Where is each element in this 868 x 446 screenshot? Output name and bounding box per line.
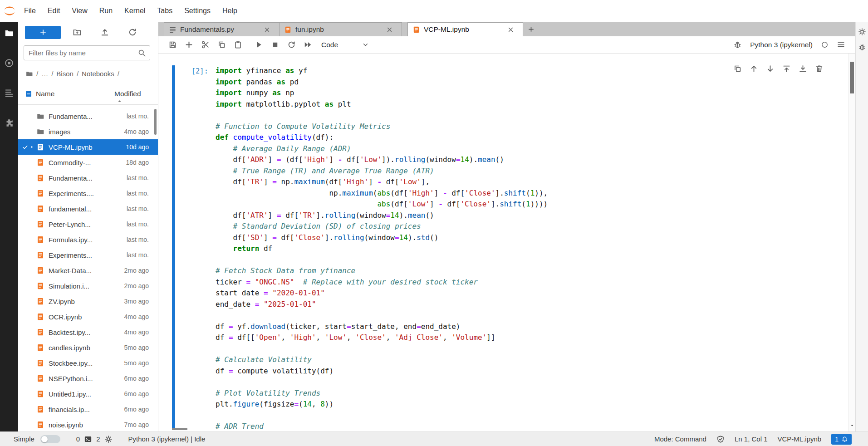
file-row-financials-ip-[interactable]: financials.ip...6mo ago — [18, 402, 158, 417]
run-cell-button[interactable] — [255, 40, 263, 49]
menu-tabs[interactable]: Tabs — [151, 0, 178, 22]
kernel-sessions-icon[interactable] — [104, 435, 113, 443]
activity-file-browser[interactable] — [4, 28, 14, 38]
insert-cell-button[interactable] — [185, 40, 193, 49]
menu-edit[interactable]: Edit — [42, 0, 66, 22]
duplicate-cell-button[interactable] — [733, 64, 742, 73]
file-row-formulas-ipy-[interactable]: Formulas.ipy...last mo. — [18, 232, 158, 247]
cell-type-dropdown[interactable]: Code — [321, 41, 369, 49]
delete-cell-button[interactable] — [815, 64, 824, 73]
move-cell-up-button[interactable] — [750, 64, 758, 73]
breadcrumb-item[interactable]: Notebooks — [82, 70, 114, 78]
menu-kernel[interactable]: Kernel — [118, 0, 151, 22]
home-folder-icon[interactable] — [25, 70, 33, 78]
cursor-position[interactable]: Ln 1, Col 1 — [735, 435, 768, 443]
notification-badge[interactable]: 1 — [831, 434, 852, 445]
property-inspector-button[interactable] — [858, 28, 866, 36]
debugger-button[interactable] — [858, 43, 866, 51]
file-row-commodity-[interactable]: Commodity-...18d ago — [18, 155, 158, 170]
debugger-button[interactable] — [733, 40, 742, 49]
column-header-name[interactable]: Name — [36, 90, 54, 98]
file-modified: 10d ago — [126, 143, 149, 151]
code-line: start_date = "2020-01-01" — [216, 288, 814, 299]
select-all-checkbox-icon[interactable] — [25, 90, 32, 98]
file-row-peter-lynch-[interactable]: Peter-Lynch...last mo. — [18, 216, 158, 232]
cut-cell-button[interactable] — [201, 40, 210, 49]
toggle-knob — [41, 436, 48, 442]
simple-mode-toggle[interactable] — [40, 435, 60, 443]
move-cell-down-button[interactable] — [766, 64, 775, 73]
notebook-icon — [36, 220, 44, 228]
file-row-untitled1-ipy-[interactable]: Untitled1.ipy...6mo ago — [18, 386, 158, 402]
file-row-fundamenta-[interactable]: Fundamenta...last mo. — [18, 108, 158, 124]
file-modified: last mo. — [127, 190, 149, 197]
file-row-vcp-ml-ipynb[interactable]: VCP-ML.ipynb10d ago — [18, 139, 158, 155]
new-launcher-button[interactable] — [25, 26, 61, 39]
file-row-ocr-ipynb[interactable]: OCR.ipynb4mo ago — [18, 309, 158, 324]
code-line: df['ATR'] = df['TR'].rolling(window=14).… — [216, 210, 814, 221]
folder-icon — [36, 112, 44, 120]
file-row-fundamenta-[interactable]: Fundamenta...last mo. — [18, 170, 158, 186]
menu-run[interactable]: Run — [93, 0, 118, 22]
scrollbar-thumb[interactable] — [850, 62, 854, 93]
active-cell-collapser[interactable] — [172, 65, 175, 429]
interrupt-kernel-button[interactable] — [271, 40, 280, 49]
column-header-modified[interactable]: Modified — [114, 90, 150, 98]
file-row-noise-ipynb[interactable]: noise.ipynb7mo ago — [18, 417, 158, 431]
file-row-simulation-i-[interactable]: Simulation.i...2mo ago — [18, 278, 158, 294]
paste-cell-button[interactable] — [234, 40, 242, 49]
file-row-experiments-[interactable]: Experiments....last mo. — [18, 186, 158, 201]
scroll-down-icon[interactable] — [850, 423, 854, 428]
restart-run-all-button[interactable] — [304, 40, 312, 49]
activity-table-of-contents[interactable] — [4, 88, 14, 98]
kernel-status-text[interactable]: Python 3 (ipykernel) | Idle — [128, 435, 206, 443]
new-tab-button[interactable] — [523, 22, 539, 36]
insert-cell-above-button[interactable] — [782, 64, 791, 73]
filter-files-input[interactable] — [24, 45, 150, 60]
save-button[interactable] — [168, 40, 177, 49]
file-row-candles-ipynb[interactable]: candles.ipynb5mo ago — [18, 340, 158, 355]
notebook-icon — [36, 328, 44, 336]
tab-close-icon[interactable] — [507, 26, 515, 34]
file-row-backtest-ipy-[interactable]: Backtest.ipy...4mo ago — [18, 324, 158, 340]
tab-fundamentals-py[interactable]: Fundamentals.py — [164, 22, 280, 36]
new-folder-button[interactable] — [73, 28, 82, 37]
notebook-scrollbar[interactable] — [848, 54, 855, 431]
code-line: # Average Daily Range (ADR) — [216, 143, 814, 155]
file-modified: last mo. — [127, 221, 149, 228]
activity-extension-manager[interactable] — [4, 118, 14, 128]
insert-cell-below-button[interactable] — [799, 64, 807, 73]
file-row-market-data-[interactable]: Market-Data...2mo ago — [18, 263, 158, 278]
file-row-nsepython-i-[interactable]: NSEPython.i...6mo ago — [18, 371, 158, 386]
file-row-experiments-[interactable]: Experiments...last mo. — [18, 247, 158, 263]
file-row-images[interactable]: images4mo ago — [18, 124, 158, 139]
file-row-fundamental-[interactable]: fundamental...last mo. — [18, 201, 158, 216]
terminal-icon[interactable] — [84, 435, 92, 443]
file-row-zv-ipynb[interactable]: ZV.ipynb3mo ago — [18, 294, 158, 309]
breadcrumb-item[interactable]: Bison — [56, 70, 74, 78]
puzzle-icon — [4, 118, 14, 128]
horizontal-scrollbar-thumb[interactable] — [172, 428, 187, 430]
refresh-file-list-button[interactable] — [128, 28, 137, 37]
menu-settings[interactable]: Settings — [178, 0, 216, 22]
tab-close-icon[interactable] — [263, 26, 271, 34]
tab-fun-ipynb[interactable]: fun.ipynb — [280, 22, 402, 36]
bug-icon — [733, 40, 742, 49]
tab-vcp-ml-ipynb[interactable]: VCP-ML.ipynb — [407, 22, 523, 36]
restart-kernel-button[interactable] — [287, 40, 296, 49]
tab-close-icon[interactable] — [386, 26, 393, 34]
upload-icon — [100, 28, 109, 37]
code-editor[interactable]: import yfinance as yfimport pandas as pd… — [216, 65, 814, 431]
menu-file[interactable]: File — [18, 0, 42, 22]
menu-help[interactable]: Help — [216, 0, 243, 22]
toolbar-menu-button[interactable] — [837, 40, 845, 49]
file-list-scrollbar-thumb[interactable] — [154, 109, 157, 135]
kernel-name[interactable]: Python 3 (ipykernel) — [750, 41, 813, 49]
activity-running-sessions[interactable] — [4, 58, 14, 68]
copy-cell-button[interactable] — [217, 40, 226, 49]
breadcrumb-item[interactable]: … — [41, 70, 48, 78]
file-row-stockbee-ipy-[interactable]: Stockbee.ipy...5mo ago — [18, 355, 158, 371]
upload-files-button[interactable] — [100, 28, 109, 37]
code-line: df['ADR'] = (df['High'] - df['Low']).rol… — [216, 154, 814, 166]
menu-view[interactable]: View — [66, 0, 93, 22]
